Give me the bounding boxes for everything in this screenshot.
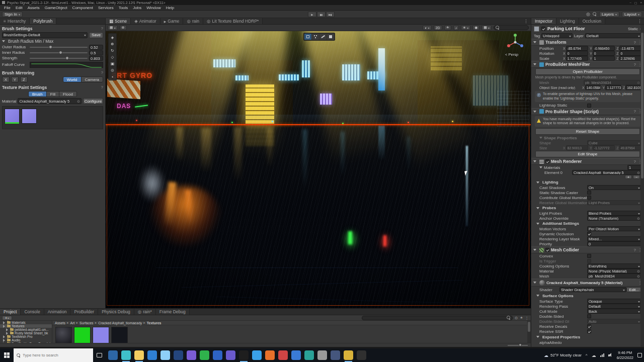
pb-select-face-button[interactable] [327,34,334,40]
taskbar-app-icon[interactable] [226,350,235,360]
scene-visibility-toggle[interactable]: ◉ [472,25,479,30]
inner-radius-slider[interactable] [30,52,88,53]
menu-window[interactable]: Window [144,6,163,10]
texture-thumbnail-purple[interactable] [93,327,109,343]
help-icon[interactable]: ? [634,159,636,164]
help-icon[interactable]: ? [634,248,636,252]
thumbnail-zoom-slider[interactable] [508,345,528,346]
tab-game[interactable]: ▶ Game [160,18,184,24]
taskbar-weather[interactable]: ☁ 52°F Mostly clear [544,353,582,358]
taskbar-app-icon[interactable] [331,350,340,360]
rotation-y-field[interactable]: 0 [593,51,615,56]
rotation-x-field[interactable]: 0 [566,51,588,56]
foldout-arrow-icon[interactable] [2,40,5,42]
menu-help[interactable]: Help [164,6,177,10]
mesh-collider-header[interactable]: Mesh Collider ?⋮ [531,246,644,253]
taskbar-app-icon[interactable] [278,350,288,360]
tab-frame-debug[interactable]: Frame Debug [156,309,190,315]
menu-services[interactable]: Services [96,6,116,10]
inner-radius-value[interactable]: 0.5 [89,50,103,55]
outer-radius-slider[interactable] [30,47,88,48]
search-icon[interactable] [593,12,597,16]
taskbar-app-icon[interactable] [239,350,249,360]
create-asset-button[interactable]: +▾ [2,316,12,320]
help-icon[interactable]: ? [634,40,636,45]
scene-search-field[interactable] [494,25,529,30]
position-x-field[interactable]: -85.6794 [566,46,588,51]
persp-label[interactable]: < Persp [505,52,518,57]
scale-z-field[interactable]: 2.329696 [619,56,641,61]
texture-thumbnail-green[interactable] [74,327,91,343]
mirror-x-button[interactable]: X [2,76,10,82]
menu-jobs[interactable]: Jobs [130,6,144,10]
taskbar-search[interactable] [14,348,93,362]
mesh-collider-enabled-checkbox[interactable] [545,248,549,252]
physic-material-field[interactable]: None (Physic Material) ⊙ [587,268,641,274]
taskbar-app-icon[interactable] [174,350,183,360]
tab-inspector[interactable]: Inspector [531,18,556,24]
taskbar-app-icon[interactable] [213,350,222,360]
static-label[interactable]: Static [628,27,638,31]
light-probes-dropdown[interactable]: Blend Probes [587,211,641,216]
mesh-renderer-header[interactable]: Mesh Renderer ?⋮ [531,158,644,165]
breadcrumb-item[interactable]: Art [70,321,75,325]
reset-shape-button[interactable]: Reset Shape [535,128,640,135]
contribute-gi-checkbox[interactable] [587,196,591,200]
taskbar-search-input[interactable] [23,353,83,357]
close-icon[interactable]: × [640,1,642,5]
strength-value[interactable]: 0.803 [89,56,103,61]
scene-viewport[interactable]: ERT GYRO DAS [106,31,531,308]
layers-dropdown[interactable]: Layers ▾ [599,12,619,17]
edit-shader-button[interactable]: Edit... [626,287,641,292]
step-button[interactable]: ▶▮ [326,12,335,17]
rotate-tool-button[interactable]: ↻ [109,47,116,53]
pb-select-object-button[interactable] [304,34,311,40]
maximize-icon[interactable]: ▢ [634,1,637,5]
menu-gameobject[interactable]: GameObject [42,6,70,10]
inspector-options-icon[interactable]: ⋮ [635,18,644,24]
project-options-icon[interactable]: ⋮ [525,316,529,320]
tab-occlusion[interactable]: Occlusion [579,18,605,24]
custom-tool-button[interactable]: • [109,73,116,79]
start-button[interactable] [0,348,14,362]
tab-options-icon[interactable]: ⋮ [521,18,531,24]
play-button[interactable]: ▶ [308,12,316,17]
menu-tools[interactable]: Tools [116,6,131,10]
minimize-icon[interactable]: – [629,1,631,5]
tab-animator[interactable]: ◈ Animator [131,18,160,24]
probes-subheader[interactable]: Probes [531,205,644,211]
pb-select-vertex-button[interactable] [312,34,319,40]
view-tool-button[interactable]: ◈ [109,34,116,40]
texture-thumbnail[interactable] [111,327,128,343]
folder-row[interactable]: Materials [0,321,52,324]
tag-dropdown[interactable]: Untagged [541,33,573,38]
falloff-curve[interactable] [30,62,103,68]
breadcrumb-item[interactable]: Cracked Asphalt_tiomaeady [98,321,142,325]
rendering-pass-dropdown[interactable]: Default [587,304,641,309]
priority-field[interactable]: 0 [587,241,641,246]
project-scrollbar[interactable] [527,321,531,343]
taskbar-app-icon[interactable] [265,350,275,360]
double-sided-checkbox[interactable] [587,314,591,318]
taskbar-app-icon[interactable] [134,350,144,360]
folder-row-selected[interactable]: Textures [0,324,52,328]
transform-tool-button[interactable]: ◎ [109,67,116,73]
receive-decals-checkbox[interactable] [587,324,591,328]
tab-probuilder[interactable]: ProBuilder [70,309,98,315]
taskbar-app-icon[interactable] [252,350,262,360]
cast-shadows-dropdown[interactable]: On [587,185,641,190]
grid-visibility-dropdown[interactable]: ▦ ▾ [108,25,118,30]
tab-lit-texture-blend[interactable]: ◎ Lit Texture Blend HDRP* [203,18,263,24]
effects-dropdown[interactable]: ∗ ▾ [461,25,470,30]
surface-options-subheader[interactable]: Surface Options [531,293,644,299]
radius-foldout-label[interactable]: Brush Radius Min / Max [8,39,53,44]
layout-dropdown[interactable]: Layout ▾ [622,12,642,17]
object-picker-icon[interactable]: ⊙ [77,99,80,104]
folder-row[interactable]: Audio [0,338,52,342]
mirror-z-button[interactable]: Z [20,76,28,82]
meshfilter-header[interactable]: ProBuilder MeshFilter ?⋮ [531,61,644,68]
tab-rain[interactable]: ◎ rain [183,18,203,24]
tab-console[interactable]: Console [21,309,44,315]
taskbar-app-icon[interactable] [291,350,301,360]
strength-slider[interactable] [30,58,88,59]
